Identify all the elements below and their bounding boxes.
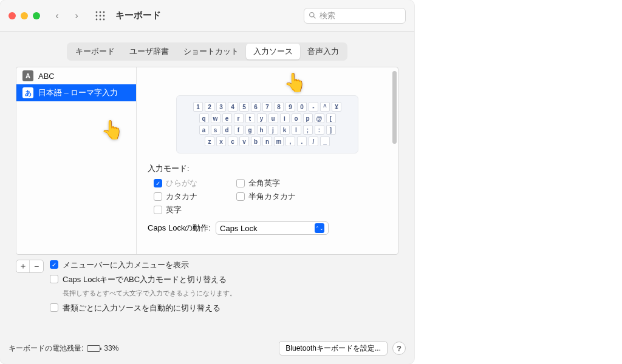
preview-key: b: [251, 136, 261, 146]
checkbox-icon: [50, 275, 58, 283]
preview-key: v: [239, 136, 249, 146]
checkbox-icon: [154, 206, 162, 214]
preview-key: p: [303, 113, 313, 123]
preview-key: 8: [274, 102, 284, 112]
preview-key: d: [222, 125, 232, 135]
mode-zenkaku-eiji[interactable]: 全角英字: [236, 178, 333, 189]
svg-point-7: [100, 18, 101, 20]
bluetooth-keyboard-button[interactable]: Bluetoothキーボードを設定...: [279, 341, 388, 356]
input-mode-grid: ✓ ひらがな 全角英字 カタカナ 半角カタカナ 英字: [154, 178, 389, 215]
preview-key: 1: [193, 102, 203, 112]
mode-eiji[interactable]: 英字: [154, 204, 227, 215]
preview-key: ,: [285, 136, 295, 146]
svg-point-8: [103, 18, 105, 20]
preview-key: /: [309, 136, 318, 146]
tab-bar: キーボード ユーザ辞書 ショートカット 入力ソース 音声入力: [0, 42, 414, 61]
zoom-button[interactable]: [33, 12, 40, 19]
checkbox-on-icon: ✓: [50, 260, 58, 269]
minimize-button[interactable]: [21, 12, 28, 19]
preview-key: k: [280, 125, 290, 135]
preview-key: m: [274, 136, 284, 146]
preview-key: n: [262, 136, 272, 146]
svg-point-2: [103, 11, 105, 13]
footer: キーボードの電池残量: 33% Bluetoothキーボードを設定... ?: [0, 335, 414, 364]
chevron-updown-icon: ⌃⌄: [315, 223, 324, 233]
source-japanese-romaji[interactable]: あ 日本語 – ローマ字入力: [16, 84, 136, 101]
abc-badge-icon: A: [22, 70, 33, 81]
source-abc[interactable]: A ABC: [16, 67, 136, 84]
preview-key: ¥: [332, 102, 341, 112]
segmented-control: キーボード ユーザ辞書 ショートカット 入力ソース 音声入力: [67, 42, 347, 61]
caps-lock-dropdown[interactable]: Caps Lock ⌃⌄: [216, 221, 329, 235]
tab-input-source[interactable]: 入力ソース: [246, 44, 300, 59]
input-source-panel: A ABC あ 日本語 – ローマ字入力 1234567890-^¥ qwert…: [16, 67, 398, 255]
mode-katakana[interactable]: カタカナ: [154, 191, 227, 202]
caps-lock-row: Caps Lockの動作: Caps Lock ⌃⌄: [148, 221, 389, 235]
tab-user-dict[interactable]: ユーザ辞書: [122, 44, 176, 59]
preview-key: 6: [251, 102, 261, 112]
tab-keyboard[interactable]: キーボード: [68, 44, 122, 59]
source-detail: 1234567890-^¥ qwertyuiop@[ asdfghjkl;:] …: [137, 67, 398, 254]
checkbox-icon: [154, 192, 162, 201]
tab-voice-input[interactable]: 音声入力: [300, 44, 346, 59]
mode-hankaku-katakana[interactable]: 半角カタカナ: [236, 191, 333, 202]
hiragana-badge-icon: あ: [22, 87, 33, 98]
preview-key: :: [315, 125, 324, 135]
opt-caps-abc-switch[interactable]: Caps LockキーでABC入力モードと切り替える: [50, 274, 398, 285]
preview-key: i: [280, 113, 290, 123]
opt-show-input-menu[interactable]: ✓ メニューバーに入力メニューを表示: [50, 260, 398, 271]
scrollbar[interactable]: [392, 71, 397, 144]
preview-key: g: [245, 125, 255, 135]
preview-key: t: [245, 113, 255, 123]
add-remove-buttons: ＋ −: [16, 260, 44, 273]
keyboard-layout-preview: 1234567890-^¥ qwertyuiop@[ asdfghjkl;:] …: [176, 95, 358, 153]
titlebar: ‹ › キーボード 検索: [0, 0, 414, 32]
source-label: 日本語 – ローマ字入力: [38, 87, 118, 98]
preview-key: ^: [320, 102, 330, 112]
preview-key: w: [211, 113, 220, 123]
remove-source-button[interactable]: −: [30, 260, 43, 272]
preview-key: 9: [285, 102, 295, 112]
caps-lock-label: Caps Lockの動作:: [148, 223, 211, 234]
svg-point-9: [310, 13, 314, 17]
forward-button[interactable]: ›: [69, 8, 84, 23]
preview-key: -: [309, 102, 318, 112]
input-mode-label: 入力モード:: [148, 163, 389, 174]
preview-key: .: [297, 136, 307, 146]
preview-key: @: [315, 113, 324, 123]
search-field[interactable]: 検索: [304, 8, 406, 24]
svg-point-1: [100, 11, 101, 13]
preview-key: x: [216, 136, 226, 146]
checkbox-on-disabled-icon: ✓: [154, 179, 162, 187]
checkbox-icon: [236, 179, 245, 187]
opt-caps-hint: 長押しするとすべて大文字で入力できるようになります。: [63, 289, 398, 298]
svg-point-3: [96, 15, 98, 16]
close-button[interactable]: [9, 12, 16, 19]
svg-line-10: [313, 16, 315, 18]
svg-point-4: [100, 15, 101, 16]
preview-key: _: [320, 136, 330, 146]
show-all-icon[interactable]: [94, 9, 107, 22]
preview-key: r: [234, 113, 244, 123]
preview-key: f: [234, 125, 244, 135]
tab-shortcut[interactable]: ショートカット: [176, 44, 246, 59]
help-button[interactable]: ?: [392, 342, 406, 355]
preview-key: z: [205, 136, 214, 146]
preview-key: y: [257, 113, 267, 123]
search-placeholder: 検索: [320, 10, 335, 21]
preview-key: j: [268, 125, 278, 135]
opt-auto-switch-source[interactable]: 書類ごとに入力ソースを自動的に切り替える: [50, 303, 398, 314]
back-button[interactable]: ‹: [50, 8, 64, 23]
preview-key: l: [292, 125, 301, 135]
preview-key: a: [199, 125, 209, 135]
source-list: A ABC あ 日本語 – ローマ字入力: [16, 67, 137, 254]
traffic-lights: [9, 12, 40, 19]
preview-key: 3: [216, 102, 226, 112]
svg-point-0: [96, 11, 98, 13]
preview-key: 4: [228, 102, 238, 112]
keyboard-battery: キーボードの電池残量: 33%: [9, 343, 118, 354]
add-source-button[interactable]: ＋: [16, 260, 30, 272]
preview-key: u: [268, 113, 278, 123]
preview-key: 0: [297, 102, 307, 112]
mode-hiragana: ✓ ひらがな: [154, 178, 227, 189]
